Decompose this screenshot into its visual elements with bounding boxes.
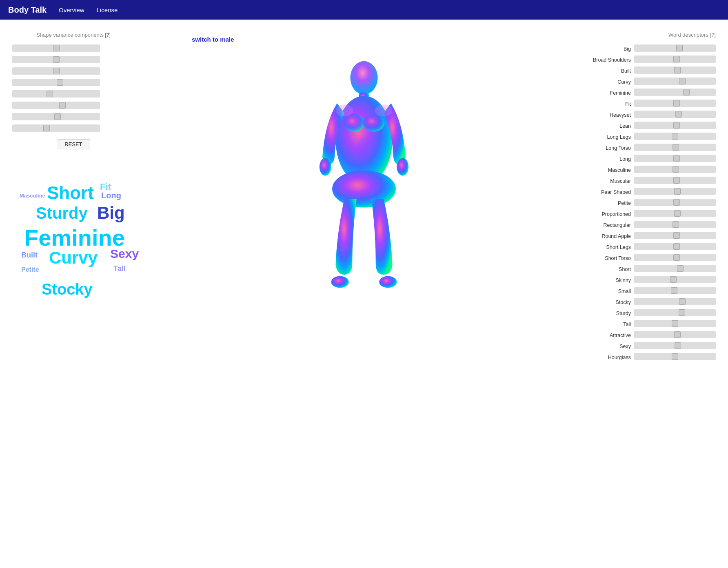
shape-slider-row-6: [12, 113, 135, 120]
descriptor-label-long-legs: Long Legs: [586, 134, 631, 140]
descriptor-slider-wrapper-18: [634, 243, 716, 252]
descriptor-slider-proportioned[interactable]: [634, 210, 716, 217]
descriptor-slider-tall[interactable]: [634, 320, 716, 327]
descriptor-row-sturdy: Sturdy: [593, 309, 716, 318]
shape-variance-title: Shape variance components [?]: [12, 32, 135, 38]
descriptor-slider-hourglass[interactable]: [634, 353, 716, 360]
descriptor-slider-masculine[interactable]: [634, 166, 716, 173]
descriptor-label-feminine: Feminine: [586, 90, 631, 96]
word-cloud-item-masculine[interactable]: Masculine: [20, 193, 45, 199]
descriptor-label-fit: Fit: [586, 101, 631, 107]
descriptor-slider-pear-shaped[interactable]: [634, 188, 716, 195]
descriptor-slider-big[interactable]: [634, 44, 716, 52]
descriptor-slider-short[interactable]: [634, 265, 716, 272]
descriptor-row-skinny: Skinny: [593, 276, 716, 285]
descriptor-row-curvy: Curvy: [593, 78, 716, 87]
shape-slider-3[interactable]: [12, 79, 100, 86]
descriptor-slider-wrapper-19: [634, 254, 716, 263]
descriptor-label-broad-shoulders: Broad Shoulders: [586, 57, 631, 63]
descriptor-slider-short-legs[interactable]: [634, 243, 716, 250]
descriptor-label-short: Short: [586, 266, 631, 272]
descriptor-slider-fit[interactable]: [634, 100, 716, 107]
descriptor-slider-curvy[interactable]: [634, 78, 716, 85]
descriptor-slider-sexy[interactable]: [634, 342, 716, 349]
descriptor-slider-petite[interactable]: [634, 199, 716, 206]
word-cloud-item-petite[interactable]: Petite: [21, 266, 39, 273]
descriptor-slider-long[interactable]: [634, 155, 716, 162]
descriptor-slider-round-apple[interactable]: [634, 232, 716, 239]
descriptor-slider-wrapper-12: [634, 177, 716, 186]
descriptor-slider-short-torso[interactable]: [634, 254, 716, 261]
shape-slider-row-5: [12, 102, 135, 109]
word-cloud-item-sturdy[interactable]: Sturdy: [36, 204, 88, 222]
word-cloud-item-sexy[interactable]: Sexy: [110, 247, 139, 261]
descriptor-label-sexy: Sexy: [586, 344, 631, 349]
reset-button[interactable]: RESET: [57, 139, 90, 149]
nav-overview[interactable]: Overview: [59, 7, 84, 13]
descriptor-slider-broad-shoulders[interactable]: [634, 55, 716, 63]
descriptor-label-rectangular: Rectangular: [586, 222, 631, 228]
descriptor-slider-wrapper-13: [634, 188, 716, 197]
shape-slider-row-2: [12, 67, 135, 75]
descriptor-label-stocky: Stocky: [586, 300, 631, 305]
descriptor-slider-long-legs[interactable]: [634, 133, 716, 140]
word-cloud-item-tall[interactable]: Tall: [113, 264, 126, 273]
word-cloud-item-curvy[interactable]: Curvy: [49, 248, 98, 268]
shape-slider-0[interactable]: [12, 44, 100, 52]
shape-slider-row-3: [12, 79, 135, 86]
center-panel: switch to male: [143, 28, 585, 560]
shape-slider-5[interactable]: [12, 102, 100, 109]
descriptor-slider-sturdy[interactable]: [634, 309, 716, 316]
word-cloud-item-short[interactable]: Short: [47, 183, 94, 203]
svg-point-6: [397, 158, 408, 175]
descriptor-row-hourglass: Hourglass: [593, 353, 716, 362]
descriptor-label-curvy: Curvy: [586, 79, 631, 85]
shape-slider-4[interactable]: [12, 90, 100, 98]
descriptor-row-masculine: Masculine: [593, 166, 716, 175]
descriptor-slider-small[interactable]: [634, 287, 716, 294]
descriptor-slider-wrapper-16: [634, 221, 716, 230]
shape-slider-1[interactable]: [12, 56, 100, 63]
descriptor-slider-long-torso[interactable]: [634, 144, 716, 151]
descriptor-slider-skinny[interactable]: [634, 276, 716, 283]
descriptor-slider-built[interactable]: [634, 67, 716, 74]
descriptor-row-short: Short: [593, 265, 716, 274]
shape-variance-help[interactable]: [?]: [105, 32, 111, 38]
descriptor-slider-feminine[interactable]: [634, 89, 716, 96]
descriptor-slider-stocky[interactable]: [634, 298, 716, 305]
switch-to-male-button[interactable]: switch to male: [192, 36, 234, 43]
nav-license[interactable]: License: [97, 7, 118, 13]
word-cloud: ShortFitLongMasculineSturdyBigFeminineBu…: [12, 159, 151, 314]
descriptor-slider-wrapper-1: [634, 55, 716, 64]
shape-slider-7[interactable]: [12, 124, 100, 132]
descriptor-label-petite: Petite: [586, 200, 631, 206]
word-cloud-item-big[interactable]: Big: [97, 203, 125, 223]
word-cloud-item-built[interactable]: Built: [21, 251, 38, 260]
descriptor-slider-heavyset[interactable]: [634, 111, 716, 118]
word-descriptors-help[interactable]: [?]: [710, 32, 716, 38]
word-cloud-item-stocky[interactable]: Stocky: [42, 281, 93, 298]
descriptor-slider-wrapper-3: [634, 78, 716, 87]
descriptor-label-proportioned: Proportioned: [586, 211, 631, 217]
descriptor-row-muscular: Muscular: [593, 177, 716, 186]
svg-point-4: [363, 114, 385, 131]
descriptor-slider-wrapper-17: [634, 232, 716, 241]
descriptor-slider-wrapper-2: [634, 67, 716, 75]
svg-point-12: [375, 105, 392, 117]
descriptor-row-long: Long: [593, 155, 716, 164]
descriptor-slider-lean[interactable]: [634, 122, 716, 129]
descriptor-slider-rectangular[interactable]: [634, 221, 716, 228]
descriptor-slider-muscular[interactable]: [634, 177, 716, 184]
descriptor-row-attractive: Attractive: [593, 331, 716, 340]
shape-slider-2[interactable]: [12, 67, 100, 75]
header: Body Talk Overview License: [0, 0, 728, 20]
descriptor-row-short-legs: Short Legs: [593, 243, 716, 252]
word-cloud-item-long[interactable]: Long: [101, 191, 121, 200]
svg-point-11: [335, 105, 353, 117]
descriptor-slider-attractive[interactable]: [634, 331, 716, 338]
descriptor-label-heavyset: Heavyset: [586, 112, 631, 118]
descriptor-label-hourglass: Hourglass: [586, 355, 631, 360]
word-cloud-item-feminine[interactable]: Feminine: [24, 224, 125, 251]
shape-slider-6[interactable]: [12, 113, 100, 120]
descriptor-row-small: Small: [593, 287, 716, 296]
